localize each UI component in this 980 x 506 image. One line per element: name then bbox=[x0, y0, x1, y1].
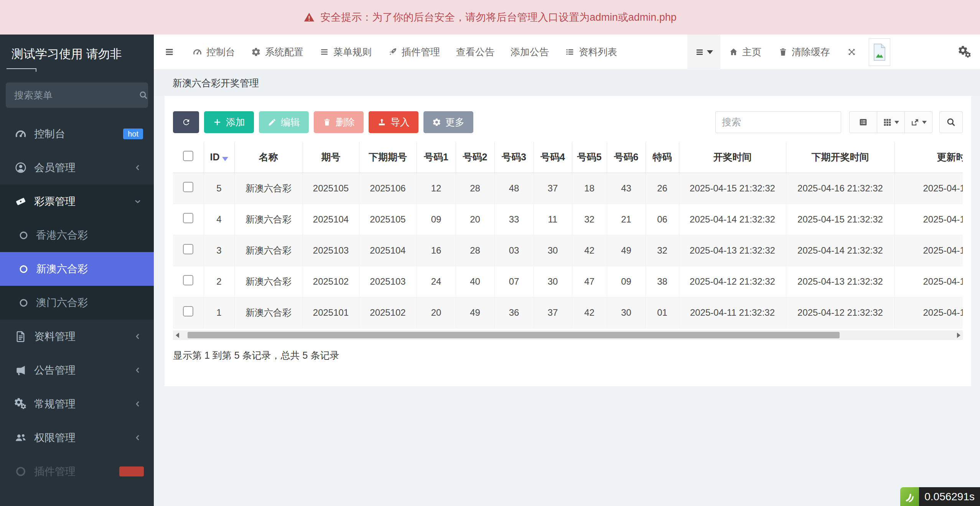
sidebar-item-xinao-lottery[interactable]: 新澳六合彩 bbox=[0, 252, 154, 286]
table-row[interactable]: 5 新澳六合彩 2025105 2025106 12 28 48 37 18 4… bbox=[173, 173, 963, 204]
sidebar-item-label: 公告管理 bbox=[34, 363, 76, 377]
row-checkbox[interactable] bbox=[183, 182, 193, 192]
sidebar-item-permissions[interactable]: 权限管理 bbox=[0, 421, 154, 455]
rocket-icon bbox=[388, 47, 397, 57]
sidebar-item-general[interactable]: 常规管理 bbox=[0, 387, 154, 421]
home-label: 主页 bbox=[742, 46, 761, 58]
row-checkbox[interactable] bbox=[183, 244, 193, 254]
more-button[interactable]: 更多 bbox=[423, 111, 473, 133]
sidebar-search-input[interactable] bbox=[13, 89, 138, 101]
sidebar-item-lottery[interactable]: 彩票管理 bbox=[0, 185, 154, 218]
export-button[interactable] bbox=[904, 111, 932, 133]
edit-button[interactable]: 编辑 bbox=[259, 111, 309, 133]
plus-icon bbox=[213, 118, 222, 127]
tachometer-icon bbox=[15, 128, 27, 140]
sidebar-toggle-button[interactable] bbox=[154, 35, 184, 70]
column-header-num5[interactable]: 号码5 bbox=[572, 142, 607, 173]
table-search-input[interactable] bbox=[715, 111, 841, 133]
scrollbar-thumb[interactable] bbox=[188, 332, 840, 338]
column-header-special[interactable]: 特码 bbox=[646, 142, 679, 173]
refresh-button[interactable] bbox=[173, 111, 199, 133]
debug-toolbar[interactable]: 0.056291s bbox=[900, 487, 980, 506]
caret-down-icon bbox=[707, 50, 713, 54]
trash-icon bbox=[778, 47, 788, 57]
fullscreen-button[interactable] bbox=[838, 35, 865, 70]
edit-label: 编辑 bbox=[281, 116, 300, 129]
sidebar-item-data[interactable]: 资料管理 bbox=[0, 320, 154, 353]
table-row[interactable]: 3 新澳六合彩 2025103 2025104 16 28 03 30 42 4… bbox=[173, 235, 963, 266]
search-toggle-button[interactable] bbox=[939, 111, 963, 133]
bars-icon bbox=[320, 47, 329, 57]
column-header-num4[interactable]: 号码4 bbox=[534, 142, 572, 173]
detail-view-button[interactable] bbox=[849, 111, 877, 133]
row-checkbox[interactable] bbox=[183, 275, 193, 285]
sidebar-item-members[interactable]: 会员管理 bbox=[0, 151, 154, 185]
row-checkbox[interactable] bbox=[183, 213, 193, 223]
column-header-id[interactable]: ID bbox=[204, 142, 234, 173]
tab-menu-rules[interactable]: 菜单规则 bbox=[311, 35, 380, 70]
sort-desc-icon bbox=[222, 157, 228, 161]
broken-image-icon bbox=[872, 43, 887, 61]
tab-system-config[interactable]: 系统配置 bbox=[243, 35, 311, 70]
tab-view-announcement[interactable]: 查看公告 bbox=[448, 35, 502, 70]
sidebar-item-label: 常规管理 bbox=[34, 397, 76, 411]
column-header-num2[interactable]: 号码2 bbox=[456, 142, 494, 173]
column-header-name[interactable]: 名称 bbox=[234, 142, 303, 173]
column-header-issue[interactable]: 期号 bbox=[303, 142, 359, 173]
tabs-dropdown-button[interactable] bbox=[687, 35, 720, 70]
column-header-update-time[interactable]: 更新时间 bbox=[894, 142, 963, 173]
tab-label: 控制台 bbox=[206, 46, 235, 58]
import-button[interactable]: 导入 bbox=[369, 111, 418, 133]
row-checkbox[interactable] bbox=[183, 306, 193, 316]
sidebar-item-macau-lottery[interactable]: 澳门六合彩 bbox=[0, 286, 154, 320]
export-icon bbox=[910, 117, 920, 127]
pencil-icon bbox=[268, 118, 277, 127]
select-all-header[interactable] bbox=[173, 142, 204, 173]
columns-button[interactable] bbox=[877, 111, 905, 133]
sidebar-item-label: 新澳六合彩 bbox=[36, 262, 88, 276]
sidebar-search[interactable] bbox=[6, 82, 148, 108]
column-header-num6[interactable]: 号码6 bbox=[607, 142, 646, 173]
user-icon bbox=[15, 162, 27, 174]
add-button[interactable]: 添加 bbox=[204, 111, 254, 133]
horizontal-scrollbar[interactable] bbox=[173, 330, 963, 340]
table-row[interactable]: 1 新澳六合彩 2025101 2025102 20 49 36 37 42 3… bbox=[173, 297, 963, 328]
column-header-draw-time[interactable]: 开奖时间 bbox=[679, 142, 786, 173]
column-header-num1[interactable]: 号码1 bbox=[417, 142, 456, 173]
tab-add-announcement[interactable]: 添加公告 bbox=[502, 35, 557, 70]
scroll-right-arrow[interactable] bbox=[954, 330, 963, 340]
table-row[interactable]: 4 新澳六合彩 2025104 2025105 09 20 33 11 32 2… bbox=[173, 204, 963, 235]
column-header-num3[interactable]: 号码3 bbox=[494, 142, 534, 173]
sidebar-item-label: 插件管理 bbox=[34, 465, 76, 478]
tab-label: 系统配置 bbox=[265, 46, 303, 58]
column-header-next-draw-time[interactable]: 下期开奖时间 bbox=[786, 142, 894, 173]
column-header-next-issue[interactable]: 下期期号 bbox=[359, 142, 417, 173]
page-title: 新澳六合彩开奖管理 bbox=[154, 77, 259, 89]
thinkphp-logo-icon[interactable] bbox=[900, 487, 919, 506]
clear-cache-button[interactable]: 清除缓存 bbox=[770, 35, 838, 70]
tab-dashboard[interactable]: 控制台 bbox=[184, 35, 243, 70]
expand-icon bbox=[847, 47, 856, 57]
sidebar-item-announcement[interactable]: 公告管理 bbox=[0, 353, 154, 387]
scroll-left-arrow[interactable] bbox=[173, 330, 181, 340]
sidebar-item-dashboard[interactable]: 控制台 hot bbox=[0, 117, 154, 151]
navbar-right: 主页 清除缓存 bbox=[687, 35, 980, 70]
delete-button[interactable]: 删除 bbox=[314, 111, 364, 133]
brand-title: 测试学习使用 请勿非 bbox=[0, 35, 154, 62]
home-button[interactable]: 主页 bbox=[720, 35, 770, 70]
select-all-checkbox[interactable] bbox=[183, 151, 193, 161]
sidebar-item-plugins[interactable]: 插件管理 bbox=[0, 455, 154, 488]
table-row[interactable]: 2 新澳六合彩 2025102 2025103 24 40 07 30 47 0… bbox=[173, 266, 963, 297]
sidebar: 测试学习使用 请勿非 控制台 hot 会员管理 彩票管理 香港六合彩 bbox=[0, 35, 154, 506]
users-icon bbox=[15, 432, 27, 444]
tab-plugin-management[interactable]: 插件管理 bbox=[380, 35, 448, 70]
clear-cache-label: 清除缓存 bbox=[792, 46, 830, 58]
caret-down-icon bbox=[894, 121, 899, 124]
content-panel: 添加 编辑 删除 导入 更多 bbox=[165, 96, 971, 386]
add-label: 添加 bbox=[226, 116, 245, 129]
settings-gears-icon[interactable] bbox=[959, 46, 972, 59]
tab-data-list[interactable]: 资料列表 bbox=[557, 35, 625, 70]
sidebar-item-hongkong-lottery[interactable]: 香港六合彩 bbox=[0, 218, 154, 252]
file-icon bbox=[15, 330, 27, 343]
avatar[interactable] bbox=[869, 38, 890, 66]
